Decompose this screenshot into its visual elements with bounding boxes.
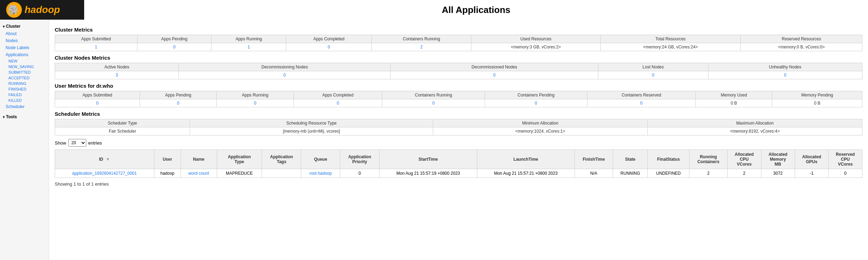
th-app-tags[interactable]: ApplicationTags: [262, 150, 301, 169]
cell-priority: 0: [340, 169, 379, 178]
cell-running-containers: 2: [689, 169, 728, 178]
th-priority[interactable]: ApplicationPriority: [340, 150, 379, 169]
cluster-nodes-metrics-table: Active Nodes Decommissioning Nodes Decom…: [55, 63, 862, 79]
table-row: application_1692604142727_0001 hadoop wo…: [55, 169, 862, 178]
th-id[interactable]: ID ▼: [55, 150, 154, 169]
cell-launch-time: Mon Aug 21 15:57:21 +0800 2023: [477, 169, 574, 178]
cell-reserved-cpu: 0: [828, 169, 862, 178]
sidebar-item-nodes[interactable]: Nodes: [0, 37, 49, 44]
val-active-nodes[interactable]: 3: [55, 71, 179, 79]
col-decommissioning-nodes: Decommissioning Nodes: [179, 63, 390, 71]
col-apps-completed: Apps Completed: [286, 35, 372, 43]
sidebar-item-new[interactable]: NEW: [0, 58, 49, 64]
applications-table: ID ▼ User Name ApplicationType Applicati…: [55, 149, 862, 178]
sidebar-cluster-header[interactable]: Cluster: [0, 22, 49, 30]
col-reserved-resources: Reserved Resources: [741, 35, 862, 43]
sidebar-item-scheduler[interactable]: Scheduler: [0, 103, 49, 110]
th-reserved-cpu[interactable]: ReservedCPUVCores: [828, 150, 862, 169]
col-lost-nodes: Lost Nodes: [598, 63, 708, 71]
val-decommissioned-nodes[interactable]: 0: [390, 71, 598, 79]
col-scheduler-type: Scheduler Type: [55, 119, 190, 127]
val-u-containers-reserved: 0: [587, 99, 695, 107]
col-u-memory-used: Memory Used: [695, 91, 772, 99]
sidebar-item-new-saving[interactable]: NEW_SAVING: [0, 64, 49, 69]
val-scheduler-type: Fair Scheduler: [55, 127, 190, 135]
showing-info: Showing 1 to 1 of 1 entries: [55, 181, 862, 187]
cell-app-type: MAPREDUCE: [217, 169, 262, 178]
th-app-type[interactable]: ApplicationType: [217, 150, 262, 169]
entries-select[interactable]: 10 20 25 50 100: [68, 139, 86, 147]
col-max-allocation: Maximum Allocation: [647, 119, 862, 127]
cell-queue[interactable]: root.hadoop: [301, 169, 340, 178]
cluster-nodes-metrics-title: Cluster Nodes Metrics: [55, 55, 862, 61]
entries-suffix: entries: [88, 140, 102, 146]
val-u-memory-pending: 0 B: [772, 99, 862, 107]
col-u-memory-pending: Memory Pending: [772, 91, 862, 99]
val-apps-submitted[interactable]: 1: [55, 43, 137, 51]
th-user[interactable]: User: [154, 150, 181, 169]
cluster-metrics-title: Cluster Metrics: [55, 27, 862, 33]
cell-alloc-cpu: 2: [727, 169, 761, 178]
cell-final-status: UNDEFINED: [648, 169, 689, 178]
col-apps-running: Apps Running: [211, 35, 286, 43]
th-alloc-memory[interactable]: AllocatedMemoryMB: [761, 150, 795, 169]
th-finish-time[interactable]: FinishTime: [574, 150, 613, 169]
th-running-containers[interactable]: RunningContainers: [689, 150, 728, 169]
sidebar-item-applications[interactable]: Applications: [0, 51, 49, 58]
th-state[interactable]: State: [613, 150, 648, 169]
th-alloc-gpus[interactable]: AllocatedGPUs: [795, 150, 828, 169]
cell-start-time: Mon Aug 21 15:57:19 +0800 2023: [379, 169, 477, 178]
sidebar-item-accepted[interactable]: ACCEPTED: [0, 75, 49, 81]
th-queue[interactable]: Queue: [301, 150, 340, 169]
col-min-allocation: Minimum Allocation: [433, 119, 647, 127]
show-entries-row: Show 10 20 25 50 100 entries: [55, 139, 862, 147]
cell-name[interactable]: word count: [181, 169, 217, 178]
val-reserved-resources: <memory:0 B, vCores:0>: [741, 43, 862, 51]
sidebar-item-killed[interactable]: KILLED: [0, 98, 49, 103]
val-apps-completed: 0: [286, 43, 372, 51]
sidebar-item-running[interactable]: RUNNING: [0, 81, 49, 86]
col-apps-pending: Apps Pending: [137, 35, 211, 43]
th-start-time[interactable]: StartTime: [379, 150, 477, 169]
col-u-containers-reserved: Containers Reserved: [587, 91, 695, 99]
cell-app-tags: [262, 169, 301, 178]
sidebar: Cluster About Nodes Node Labels Applicat…: [0, 20, 49, 260]
val-u-containers-pending: 0: [485, 99, 587, 107]
val-scheduling-resource-type: [memory-mb (unit=Mi), vcores]: [190, 127, 433, 135]
val-decommissioning-nodes[interactable]: 0: [179, 71, 390, 79]
col-active-nodes: Active Nodes: [55, 63, 179, 71]
val-total-resources: <memory:24 GB, vCores:24>: [600, 43, 740, 51]
sidebar-tools-header[interactable]: Tools: [0, 113, 49, 121]
val-unhealthy-nodes[interactable]: 0: [708, 71, 862, 79]
col-u-apps-pending: Apps Pending: [140, 91, 217, 99]
sidebar-item-submitted[interactable]: SUBMITTED: [0, 69, 49, 75]
data-table-wrapper: ID ▼ User Name ApplicationType Applicati…: [55, 149, 862, 178]
sidebar-item-failed[interactable]: FAILED: [0, 92, 49, 98]
col-u-containers-pending: Containers Pending: [485, 91, 587, 99]
th-alloc-cpu[interactable]: AllocatedCPUVCores: [727, 150, 761, 169]
col-used-resources: Used Resources: [471, 35, 600, 43]
val-apps-running[interactable]: 1: [211, 43, 286, 51]
val-min-allocation: <memory:1024, vCores:1>: [433, 127, 647, 135]
col-u-apps-completed: Apps Completed: [294, 91, 382, 99]
val-used-resources: <memory:3 GB, vCores:2>: [471, 43, 600, 51]
th-launch-time[interactable]: LaunchTime: [477, 150, 574, 169]
cell-state: RUNNING: [613, 169, 648, 178]
th-final-status[interactable]: FinalStatus: [648, 150, 689, 169]
col-total-resources: Total Resources: [600, 35, 740, 43]
col-apps-submitted: Apps Submitted: [55, 35, 137, 43]
val-u-apps-running: 0: [216, 99, 294, 107]
sidebar-item-about[interactable]: About: [0, 30, 49, 37]
scheduler-metrics-table: Scheduler Type Scheduling Resource Type …: [55, 119, 862, 135]
cell-id[interactable]: application_1692604142727_0001: [55, 169, 154, 178]
val-containers-running: 2: [372, 43, 471, 51]
sidebar-item-finished[interactable]: FINISHED: [0, 86, 49, 92]
val-lost-nodes[interactable]: 0: [598, 71, 708, 79]
th-name[interactable]: Name: [181, 150, 217, 169]
val-u-apps-submitted: 0: [55, 99, 140, 107]
val-apps-pending: 0: [137, 43, 211, 51]
cell-finish-time: N/A: [574, 169, 613, 178]
val-u-apps-completed: 0: [294, 99, 382, 107]
cell-alloc-gpus: -1: [795, 169, 828, 178]
sidebar-item-node-labels[interactable]: Node Labels: [0, 44, 49, 51]
